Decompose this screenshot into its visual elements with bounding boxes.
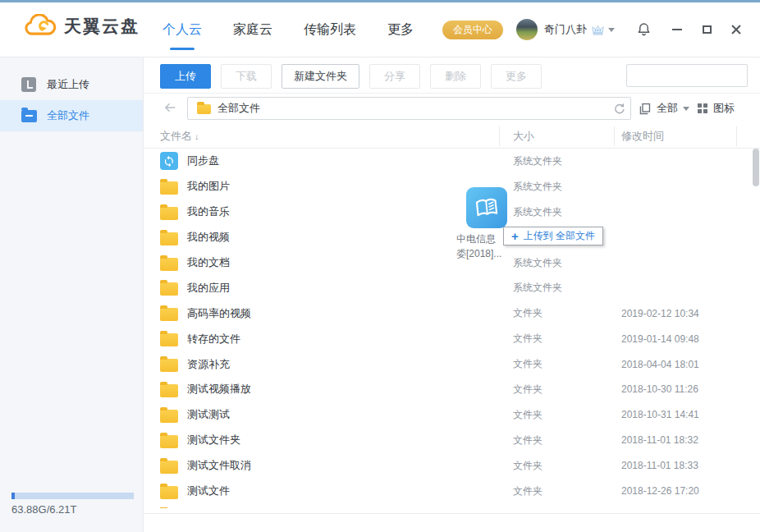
refresh-button[interactable] [607, 97, 631, 120]
maximize-icon [703, 25, 712, 34]
file-type-icon [160, 456, 178, 475]
filter-label: 全部 [657, 101, 678, 116]
column-separator [499, 126, 500, 146]
notifications-bell-icon[interactable] [636, 21, 652, 38]
toolbar-button[interactable]: 分享 [369, 64, 420, 89]
maximize-button[interactable] [701, 24, 712, 35]
nav-tab[interactable]: 个人云 [161, 18, 204, 42]
sidebar-item-recent-uploads[interactable]: 最近上传 [0, 69, 143, 100]
table-row[interactable]: 我的应用 系统文件夹 [144, 275, 760, 300]
app-window: 天翼云盘 个人云家庭云传输列表更多 会员中心 奇门八卦 [0, 0, 760, 532]
back-button[interactable] [163, 100, 177, 115]
file-name: 测试文件 [187, 484, 230, 498]
minimize-button[interactable] [671, 24, 683, 35]
table-row[interactable]: 我的文档 系统文件夹 [144, 250, 760, 276]
table-row[interactable]: 高码率的视频 文件夹 2019-02-12 10:34 [144, 300, 760, 326]
header-right-cluster: 会员中心 奇门八卦 [442, 2, 747, 57]
table-row[interactable]: 我的音乐 系统文件夹 [144, 200, 760, 225]
file-type-icon [160, 380, 178, 398]
column-header-name[interactable]: 文件名 [160, 129, 199, 144]
plus-icon: + [511, 230, 519, 242]
file-name: 我的文档 [187, 255, 230, 270]
main-panel: 上传下载新建文件夹分享删除更多 全部文件 [144, 57, 760, 532]
file-modified-date: 2018-11-01 18:33 [621, 460, 698, 471]
file-modified-date: 2019-02-12 10:34 [621, 308, 699, 319]
nav-tab[interactable]: 家庭云 [231, 18, 274, 42]
table-row[interactable]: 转存的文件 文件夹 2019-01-14 09:48 [144, 326, 760, 351]
file-name: 资源补充 [187, 357, 230, 372]
file-name: 我的音乐 [187, 204, 230, 219]
storage-usage-bar [11, 493, 134, 499]
toolbar-buttons: 上传下载新建文件夹分享删除更多 [160, 64, 542, 89]
nav-tab[interactable]: 传输列表 [302, 18, 358, 42]
table-row[interactable]: 我的视频 系统文件夹 [144, 225, 760, 250]
table-row[interactable]: 资源补充 文件夹 2018-04-04 18:01 [144, 351, 760, 377]
user-avatar[interactable] [516, 19, 538, 40]
filter-copy-icon [638, 102, 652, 116]
file-type-icon [160, 406, 178, 424]
search-box [626, 64, 748, 87]
toolbar-button[interactable]: 下载 [221, 64, 272, 89]
file-name: 高码率的视频 [187, 306, 251, 321]
app-title: 天翼云盘 [64, 15, 140, 38]
member-center-badge[interactable]: 会员中心 [442, 21, 503, 39]
username[interactable]: 奇门八卦 [544, 22, 587, 37]
file-name: 同步盘 [187, 154, 219, 168]
table-row[interactable]: 同步盘 系统文件夹 [144, 149, 760, 174]
sidebar-item-label: 全部文件 [47, 108, 89, 123]
table-row[interactable]: 测试文件 文件夹 2018-12-26 17:20 [144, 479, 760, 504]
app-logo: 天翼云盘 [21, 14, 140, 39]
all-files-folder-icon [21, 110, 37, 122]
view-mode-toggle[interactable]: 图标 [698, 97, 735, 120]
table-row[interactable]: 测试文件取消 文件夹 2018-11-01 18:33 [144, 453, 760, 479]
table-row[interactable]: 我的图片 系统文件夹 [144, 174, 760, 200]
scrollbar-thumb[interactable] [753, 149, 759, 186]
footer-divider [144, 513, 760, 514]
user-menu-caret-icon[interactable] [608, 28, 615, 32]
file-type-icon [160, 431, 178, 449]
file-name: 测试视频播放 [187, 382, 251, 397]
upload-drop-tooltip: + 上传到 全部文件 [503, 227, 603, 245]
file-modified-date: 2018-12-26 17:20 [621, 485, 699, 497]
file-size: 文件夹 [513, 383, 543, 397]
file-type-filter[interactable]: 全部 [638, 97, 689, 120]
toolbar-button[interactable]: 更多 [491, 64, 542, 89]
filter-caret-icon [683, 107, 689, 111]
file-name: 我的应用 [187, 281, 230, 296]
upload-tooltip-text: 上传到 全部文件 [524, 229, 595, 243]
file-type-icon [160, 279, 178, 297]
toolbar-button[interactable]: 新建文件夹 [282, 64, 359, 89]
file-type-icon [160, 203, 178, 221]
file-name: 我的图片 [187, 179, 230, 194]
file-type-icon [160, 330, 178, 348]
minimize-icon [672, 29, 682, 30]
file-size: 文件夹 [513, 332, 543, 346]
storage-usage-fill [11, 493, 15, 499]
file-type-icon [160, 254, 178, 272]
column-header-modified[interactable]: 修改时间 [621, 129, 664, 144]
file-type-icon [160, 152, 178, 170]
location-label: 全部文件 [217, 101, 260, 116]
table-row[interactable]: 测试文件夹 文件夹 2018-11-01 18:32 [144, 428, 760, 453]
file-modified-date: 2018-11-01 18:32 [621, 434, 698, 446]
dragged-file-icon [466, 187, 507, 228]
file-name: 测试文件取消 [187, 458, 251, 473]
table-row[interactable]: 测试视频播放 文件夹 2018-10-30 11:26 [144, 377, 760, 402]
sync-disk-icon [160, 152, 178, 170]
refresh-icon [612, 102, 625, 115]
current-location-box[interactable]: 全部文件 [187, 97, 608, 120]
toolbar-button[interactable]: 上传 [160, 64, 211, 89]
close-button[interactable] [730, 24, 742, 35]
close-icon [731, 25, 741, 34]
sidebar-item-all-files[interactable]: 全部文件 [0, 100, 143, 131]
nav-tab[interactable]: 更多 [386, 18, 415, 42]
storage-usage-text: 63.88G/6.21T [11, 503, 77, 516]
file-type-icon [160, 482, 178, 500]
column-header-size[interactable]: 大小 [513, 129, 534, 144]
table-row[interactable]: 测试测试 文件夹 2018-10-31 14:41 [144, 402, 760, 428]
column-separator [614, 126, 615, 146]
recent-uploads-icon [21, 77, 36, 92]
table-header: 文件名 大小 修改时间 [144, 123, 760, 149]
toolbar-button[interactable]: 删除 [430, 64, 481, 89]
search-input[interactable] [627, 66, 760, 85]
